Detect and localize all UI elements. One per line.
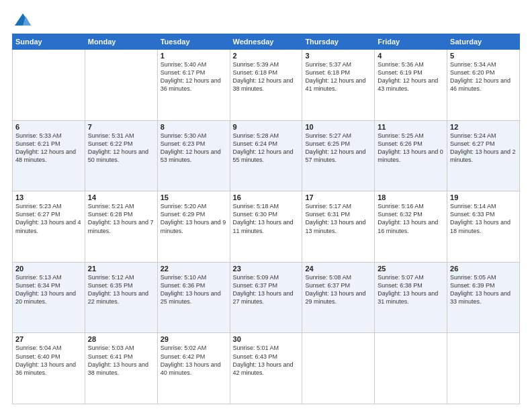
day-number: 6	[15, 123, 82, 131]
weekday-header-friday: Friday	[375, 34, 447, 50]
day-number: 30	[233, 335, 300, 343]
day-number: 7	[88, 123, 154, 131]
calendar-cell: 16Sunrise: 5:18 AM Sunset: 6:30 PM Dayli…	[230, 191, 302, 263]
day-info: Sunrise: 5:33 AM Sunset: 6:21 PM Dayligh…	[15, 132, 82, 165]
day-info: Sunrise: 5:04 AM Sunset: 6:40 PM Dayligh…	[15, 344, 82, 377]
day-info: Sunrise: 5:20 AM Sunset: 6:29 PM Dayligh…	[161, 202, 227, 235]
weekday-header-wednesday: Wednesday	[230, 34, 302, 50]
calendar-cell: 18Sunrise: 5:16 AM Sunset: 6:32 PM Dayli…	[375, 191, 447, 263]
day-info: Sunrise: 5:10 AM Sunset: 6:36 PM Dayligh…	[161, 273, 227, 306]
week-row-2: 6Sunrise: 5:33 AM Sunset: 6:21 PM Daylig…	[13, 120, 520, 191]
calendar-cell: 27Sunrise: 5:04 AM Sunset: 6:40 PM Dayli…	[13, 333, 85, 404]
calendar-cell	[85, 50, 157, 121]
calendar-cell: 5Sunrise: 5:34 AM Sunset: 6:20 PM Daylig…	[447, 50, 520, 121]
day-info: Sunrise: 5:30 AM Sunset: 6:23 PM Dayligh…	[161, 132, 227, 165]
calendar-cell: 3Sunrise: 5:37 AM Sunset: 6:18 PM Daylig…	[302, 50, 375, 121]
calendar-cell: 15Sunrise: 5:20 AM Sunset: 6:29 PM Dayli…	[157, 191, 230, 263]
weekday-header-row: SundayMondayTuesdayWednesdayThursdayFrid…	[13, 34, 520, 50]
logo	[12, 12, 32, 27]
day-info: Sunrise: 5:16 AM Sunset: 6:32 PM Dayligh…	[378, 202, 444, 235]
weekday-header-tuesday: Tuesday	[157, 34, 230, 50]
calendar-cell: 7Sunrise: 5:31 AM Sunset: 6:22 PM Daylig…	[85, 120, 157, 191]
day-info: Sunrise: 5:18 AM Sunset: 6:30 PM Dayligh…	[233, 202, 300, 235]
calendar-cell: 6Sunrise: 5:33 AM Sunset: 6:21 PM Daylig…	[13, 120, 85, 191]
calendar-cell	[302, 333, 375, 404]
day-number: 25	[378, 265, 444, 273]
day-number: 3	[305, 52, 371, 60]
week-row-3: 13Sunrise: 5:23 AM Sunset: 6:27 PM Dayli…	[13, 191, 520, 263]
day-number: 13	[15, 193, 82, 201]
day-number: 27	[15, 335, 82, 343]
day-number: 28	[88, 335, 154, 343]
calendar-cell: 19Sunrise: 5:14 AM Sunset: 6:33 PM Dayli…	[447, 191, 520, 263]
calendar-cell: 8Sunrise: 5:30 AM Sunset: 6:23 PM Daylig…	[157, 120, 230, 191]
day-info: Sunrise: 5:01 AM Sunset: 6:43 PM Dayligh…	[233, 344, 300, 377]
day-number: 12	[450, 123, 517, 131]
day-number: 16	[233, 193, 300, 201]
calendar-cell: 4Sunrise: 5:36 AM Sunset: 6:19 PM Daylig…	[375, 50, 447, 121]
logo-icon	[13, 11, 32, 30]
day-number: 21	[88, 265, 154, 273]
day-number: 9	[233, 123, 300, 131]
calendar-cell: 23Sunrise: 5:09 AM Sunset: 6:37 PM Dayli…	[230, 262, 302, 333]
calendar-cell: 17Sunrise: 5:17 AM Sunset: 6:31 PM Dayli…	[302, 191, 375, 263]
calendar-cell: 21Sunrise: 5:12 AM Sunset: 6:35 PM Dayli…	[85, 262, 157, 333]
day-info: Sunrise: 5:37 AM Sunset: 6:18 PM Dayligh…	[305, 60, 371, 93]
day-info: Sunrise: 5:21 AM Sunset: 6:28 PM Dayligh…	[88, 202, 154, 235]
day-number: 26	[450, 265, 517, 273]
day-info: Sunrise: 5:02 AM Sunset: 6:42 PM Dayligh…	[161, 344, 227, 377]
calendar-cell: 29Sunrise: 5:02 AM Sunset: 6:42 PM Dayli…	[157, 333, 230, 404]
calendar-cell	[375, 333, 447, 404]
day-number: 2	[233, 52, 300, 60]
page-header	[12, 12, 520, 27]
calendar-cell: 11Sunrise: 5:25 AM Sunset: 6:26 PM Dayli…	[375, 120, 447, 191]
day-info: Sunrise: 5:23 AM Sunset: 6:27 PM Dayligh…	[15, 202, 82, 235]
weekday-header-saturday: Saturday	[447, 34, 520, 50]
day-number: 19	[450, 193, 517, 201]
calendar-cell: 22Sunrise: 5:10 AM Sunset: 6:36 PM Dayli…	[157, 262, 230, 333]
weekday-header-thursday: Thursday	[302, 34, 375, 50]
day-number: 22	[161, 265, 227, 273]
week-row-4: 20Sunrise: 5:13 AM Sunset: 6:34 PM Dayli…	[13, 262, 520, 333]
calendar-cell: 26Sunrise: 5:05 AM Sunset: 6:39 PM Dayli…	[447, 262, 520, 333]
day-info: Sunrise: 5:31 AM Sunset: 6:22 PM Dayligh…	[88, 132, 154, 165]
calendar-cell: 28Sunrise: 5:03 AM Sunset: 6:41 PM Dayli…	[85, 333, 157, 404]
calendar-cell: 24Sunrise: 5:08 AM Sunset: 6:37 PM Dayli…	[302, 262, 375, 333]
day-number: 10	[305, 123, 371, 131]
calendar-cell: 10Sunrise: 5:27 AM Sunset: 6:25 PM Dayli…	[302, 120, 375, 191]
calendar-cell: 1Sunrise: 5:40 AM Sunset: 6:17 PM Daylig…	[157, 50, 230, 121]
day-info: Sunrise: 5:08 AM Sunset: 6:37 PM Dayligh…	[305, 273, 371, 306]
day-info: Sunrise: 5:07 AM Sunset: 6:38 PM Dayligh…	[378, 273, 444, 306]
day-info: Sunrise: 5:27 AM Sunset: 6:25 PM Dayligh…	[305, 132, 371, 165]
day-info: Sunrise: 5:24 AM Sunset: 6:27 PM Dayligh…	[450, 132, 517, 165]
day-number: 23	[233, 265, 300, 273]
calendar-cell: 25Sunrise: 5:07 AM Sunset: 6:38 PM Dayli…	[375, 262, 447, 333]
day-number: 14	[88, 193, 154, 201]
day-number: 17	[305, 193, 371, 201]
day-info: Sunrise: 5:39 AM Sunset: 6:18 PM Dayligh…	[233, 60, 300, 93]
weekday-header-monday: Monday	[85, 34, 157, 50]
day-number: 1	[161, 52, 227, 60]
day-number: 8	[161, 123, 227, 131]
day-number: 24	[305, 265, 371, 273]
day-info: Sunrise: 5:34 AM Sunset: 6:20 PM Dayligh…	[450, 60, 517, 93]
calendar-cell: 9Sunrise: 5:28 AM Sunset: 6:24 PM Daylig…	[230, 120, 302, 191]
calendar-cell: 13Sunrise: 5:23 AM Sunset: 6:27 PM Dayli…	[13, 191, 85, 263]
day-number: 11	[378, 123, 444, 131]
calendar-cell: 2Sunrise: 5:39 AM Sunset: 6:18 PM Daylig…	[230, 50, 302, 121]
calendar-cell: 20Sunrise: 5:13 AM Sunset: 6:34 PM Dayli…	[13, 262, 85, 333]
calendar-cell	[447, 333, 520, 404]
calendar-cell: 14Sunrise: 5:21 AM Sunset: 6:28 PM Dayli…	[85, 191, 157, 263]
week-row-1: 1Sunrise: 5:40 AM Sunset: 6:17 PM Daylig…	[13, 50, 520, 121]
day-info: Sunrise: 5:05 AM Sunset: 6:39 PM Dayligh…	[450, 273, 517, 306]
day-number: 4	[378, 52, 444, 60]
day-info: Sunrise: 5:17 AM Sunset: 6:31 PM Dayligh…	[305, 202, 371, 235]
day-number: 15	[161, 193, 227, 201]
day-info: Sunrise: 5:36 AM Sunset: 6:19 PM Dayligh…	[378, 60, 444, 93]
calendar-table: SundayMondayTuesdayWednesdayThursdayFrid…	[12, 34, 520, 404]
calendar-cell	[13, 50, 85, 121]
day-number: 20	[15, 265, 82, 273]
day-info: Sunrise: 5:09 AM Sunset: 6:37 PM Dayligh…	[233, 273, 300, 306]
day-info: Sunrise: 5:14 AM Sunset: 6:33 PM Dayligh…	[450, 202, 517, 235]
day-number: 18	[378, 193, 444, 201]
